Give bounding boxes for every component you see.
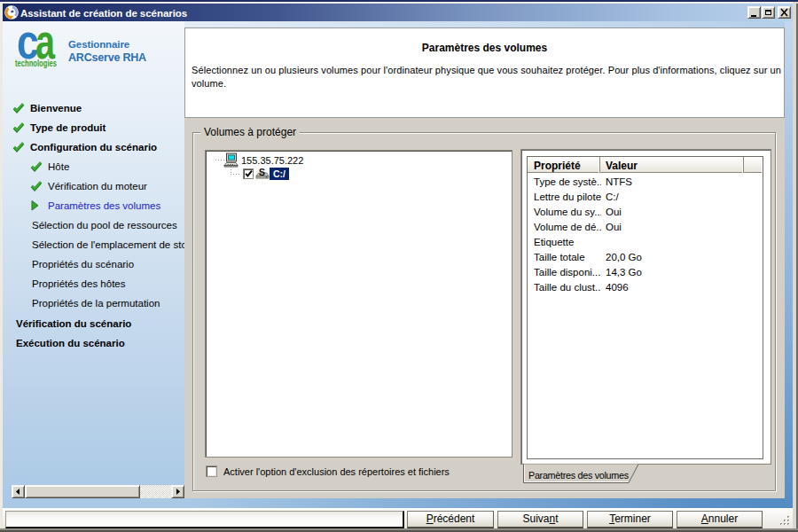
svg-text:S: S xyxy=(259,167,265,177)
svg-text:technologies: technologies xyxy=(15,59,57,68)
